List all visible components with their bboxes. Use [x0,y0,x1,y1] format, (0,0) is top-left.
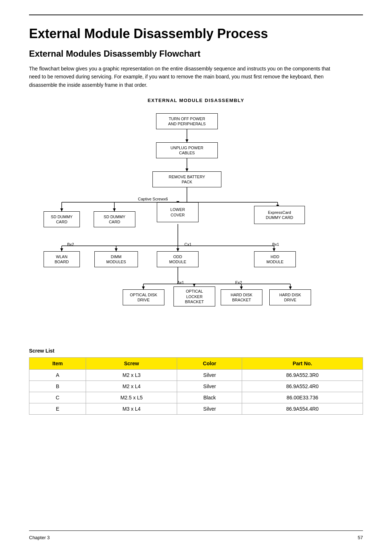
label-bx1: Bx1 [272,242,279,247]
fc-box-sd-dummy1: SD DUMMYCARD [44,211,80,227]
bottom-rule [29,530,363,531]
fc-box-unplug: UNPLUG POWERCABLES [156,142,218,158]
fc-box-remove-battery: REMOVE BATTERYPACK [152,171,221,187]
flowchart: TURN OFF POWERAND PERIPHERALS UNPLUG POW… [40,110,352,335]
svg-marker-31 [240,286,243,289]
flowchart-container: TURN OFF POWERAND PERIPHERALS UNPLUG POW… [29,110,363,335]
svg-marker-1 [185,139,188,142]
fc-box-expresscard: ExpressCardDUMMY CARD [254,206,305,224]
flowchart-heading: EXTERNAL MODULE DISASSEMBLY [29,98,363,103]
label-captive-screw: Captive Screwx6 [138,197,168,201]
svg-marker-19 [115,248,118,251]
table-cell-part_no: 86.9A552.3R0 [242,370,363,381]
footer-left: Chapter 3 [29,535,50,540]
label-cx1: Cx1 [184,242,192,247]
fc-box-lower-cover: LOWERCOVER [157,202,199,222]
screw-table: Item Screw Color Part No. AM2 x L3Silver… [29,357,363,415]
svg-marker-7 [60,208,63,211]
footer-right: 57 [358,535,363,540]
col-header-item: Item [29,358,86,370]
table-cell-color: Silver [177,381,242,392]
col-header-partno: Part No. [242,358,363,370]
table-cell-color: Black [177,392,242,403]
svg-marker-21 [176,248,179,251]
screw-list-title: Screw List [29,348,363,354]
col-header-color: Color [177,358,242,370]
table-cell-part_no: 86.00E33.736 [242,392,363,403]
fc-box-optical-disk: OPTICAL DISKDRIVE [123,289,164,305]
table-row: BM2 x L4Silver86.9A552.4R0 [29,381,363,392]
screw-list-section: Screw List Item Screw Color Part No. AM2… [29,348,363,415]
table-cell-part_no: 86.9A554.4R0 [242,403,363,415]
fc-box-wlan: WLANBOARD [44,251,80,267]
table-cell-color: Silver [177,403,242,415]
table-cell-color: Silver [177,370,242,381]
fc-box-dimm: DIMMMODULES [94,251,138,267]
top-rule [29,15,363,15]
section-title: External Modules Disassembly Flowchart [29,49,363,59]
table-cell-part_no: 86.9A552.4R0 [242,381,363,392]
fc-box-hard-disk-drive: HARD DISKDRIVE [269,289,311,305]
label-bx2: Bx2 [67,242,74,247]
page-title: External Module Disassembly Process [29,26,363,41]
svg-marker-17 [60,248,63,251]
table-cell-screw: M3 x L4 [86,403,177,415]
table-cell-screw: M2 x L3 [86,370,177,381]
svg-marker-33 [289,286,292,289]
intro-text: The flowchart below gives you a graphic … [29,65,341,89]
table-cell-screw: M2.5 x L5 [86,392,177,403]
fc-box-optical-locker: OPTICALLOCKERBRACKET [173,286,215,306]
table-cell-item: A [29,370,86,381]
col-header-screw: Screw [86,358,177,370]
fc-box-hard-disk-bracket: HARD DISKBRACKET [221,289,262,305]
fc-box-hdd-module: HDDMODULE [254,251,296,267]
svg-marker-9 [113,208,116,211]
label-ax1: Ax1 [177,280,184,285]
table-row: AM2 x L3Silver86.9A552.3R0 [29,370,363,381]
page: External Module Disassembly Process Exte… [0,0,392,549]
fc-box-odd: ODDMODULE [157,251,199,267]
footer: Chapter 3 57 [29,535,363,540]
table-row: EM3 x L4Silver86.9A554.4R0 [29,403,363,415]
table-cell-screw: M2 x L4 [86,381,177,392]
table-cell-item: C [29,392,86,403]
svg-marker-27 [142,286,145,289]
fc-box-sd-dummy2: SD DUMMYCARD [94,211,135,227]
fc-box-turn-off: TURN OFF POWERAND PERIPHERALS [156,113,218,129]
label-ex2: Ex2 [235,280,242,285]
table-cell-item: B [29,381,86,392]
svg-marker-29 [193,284,196,286]
table-cell-item: E [29,403,86,415]
table-row: CM2.5 x L5Black86.00E33.736 [29,392,363,403]
svg-marker-3 [185,168,188,171]
svg-marker-23 [273,248,275,251]
